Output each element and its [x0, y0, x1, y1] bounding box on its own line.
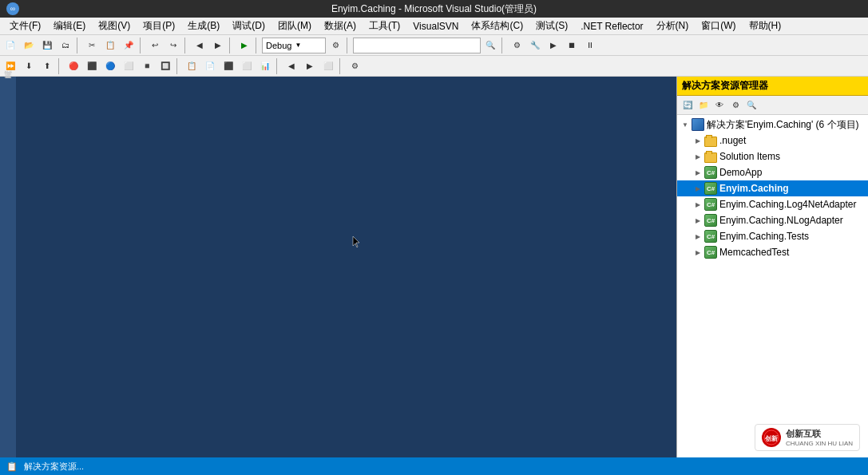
main-area: 工具箱 解决方案资源管理器 🔄 📁 👁 ⚙ 🔍 ▼ [0, 77, 868, 457]
tree-enyim-caching[interactable]: ▶ C# Enyim.Caching [677, 180, 868, 196]
statusbar: 📋 解决方案资源... [0, 457, 868, 475]
tb-extra2[interactable]: 🔧 [526, 37, 544, 54]
arrow-icon: ▶ [692, 198, 704, 211]
tb-extra3[interactable]: ▶ [545, 37, 562, 54]
tb2-bp3[interactable]: 🔵 [101, 57, 119, 75]
tb2-extra6[interactable]: ⚙ [346, 57, 363, 75]
tb2-bp5[interactable]: ◾ [138, 57, 156, 75]
tree-nuget[interactable]: ▶ .nuget [677, 133, 868, 148]
tb-back[interactable]: ◀ [191, 37, 208, 54]
tree-demoapp[interactable]: ▶ C# DemoApp [677, 164, 868, 180]
tb2-step-out[interactable]: ⬆ [38, 57, 56, 75]
tb2-step-over[interactable]: ⏩ [2, 57, 19, 75]
project-icon: C# [704, 198, 717, 211]
menu-help[interactable]: 帮助(H) [743, 18, 788, 34]
menu-project[interactable]: 项目(P) [137, 18, 181, 34]
tb2-nav1[interactable]: ◀ [283, 57, 300, 75]
sidebar-toolbox[interactable]: 工具箱 [0, 80, 16, 89]
search-bar-btn[interactable]: 🔍 [482, 37, 499, 54]
tb-copy[interactable]: 📋 [101, 37, 119, 54]
menu-visualsvn[interactable]: VisualSVN [406, 19, 465, 34]
tb-forward[interactable]: ▶ [209, 37, 227, 54]
sp-refresh[interactable]: 🔄 [680, 98, 695, 113]
tb-save[interactable]: 💾 [38, 37, 56, 54]
menu-analyze[interactable]: 分析(N) [650, 18, 696, 34]
tb2-nav3[interactable]: ⬜ [319, 57, 337, 75]
tree-solution-items[interactable]: ▶ Solution Items [677, 148, 868, 164]
tb-undo[interactable]: ↩ [146, 37, 164, 54]
watermark: 创新 创新互联 CHUANG XIN HU LIAN [755, 424, 860, 451]
tb2-bp4[interactable]: ⬜ [120, 57, 137, 75]
menu-file[interactable]: 文件(F) [3, 18, 47, 34]
tb2-extra3[interactable]: ⬛ [220, 57, 237, 75]
tb2-step-in[interactable]: ⬇ [20, 57, 38, 75]
sep8 [58, 58, 62, 74]
tb2-bp6[interactable]: 🔲 [157, 57, 174, 75]
tb-save-all[interactable]: 🗂 [57, 37, 74, 54]
tb-run[interactable]: ▶ [236, 37, 253, 54]
toolbar2: ⏩ ⬇ ⬆ 🔴 ⬛ 🔵 ⬜ ◾ 🔲 📋 📄 ⬛ ⬜ 📊 ◀ ▶ ⬜ ⚙ [0, 56, 868, 77]
tb-extra1[interactable]: ⚙ [508, 37, 525, 54]
sep10 [276, 58, 280, 74]
tb-new-file[interactable]: 📄 [2, 37, 19, 54]
tb2-extra1[interactable]: 📋 [183, 57, 200, 75]
app-icon: ∞ [6, 2, 19, 15]
tb-attach[interactable]: ⚙ [327, 37, 344, 54]
tb-extra4[interactable]: ⏹ [563, 37, 581, 54]
sp-show-all[interactable]: 👁 [712, 98, 727, 113]
tb2-nav2[interactable]: ▶ [301, 57, 319, 75]
tb2-bp2[interactable]: ⬛ [83, 57, 101, 75]
sep4 [229, 38, 233, 53]
search-bar-input[interactable] [353, 38, 481, 53]
window-title: Enyim.Caching - Microsoft Visual Studio(… [331, 2, 537, 16]
watermark-text: 创新互联 CHUANG XIN HU LIAN [786, 428, 853, 447]
sp-properties[interactable]: ⚙ [728, 98, 743, 113]
tb2-extra2[interactable]: 📄 [201, 57, 219, 75]
status-icon: 📋 [6, 461, 18, 472]
menu-window[interactable]: 窗口(W) [695, 18, 742, 34]
tb-redo[interactable]: ↪ [164, 37, 182, 54]
tree-log4net[interactable]: ▶ C# Enyim.Caching.Log4NetAdapter [677, 196, 868, 212]
sp-search[interactable]: 🔍 [744, 98, 759, 113]
tb-paste[interactable]: 📌 [120, 37, 137, 54]
status-text: 解决方案资源... [24, 461, 84, 473]
solution-label: 解决方案'Enyim.Caching' (6 个项目) [707, 118, 859, 132]
menu-view[interactable]: 视图(V) [92, 18, 137, 34]
project-icon: C# [704, 182, 717, 195]
cursor [351, 236, 361, 249]
tree-nlog[interactable]: ▶ C# Enyim.Caching.NLogAdapter [677, 212, 868, 228]
watermark-sub: CHUANG XIN HU LIAN [786, 440, 853, 447]
arrow-icon: ▶ [692, 150, 704, 163]
menu-data[interactable]: 数据(A) [318, 18, 363, 34]
svg-text:创新: 创新 [764, 434, 778, 442]
sep7 [501, 38, 505, 53]
tree-tests[interactable]: ▶ C# Enyim.Caching.Tests [677, 228, 868, 244]
menu-debug[interactable]: 调试(D) [226, 18, 271, 34]
tests-label: Enyim.Caching.Tests [719, 231, 809, 242]
tree-solution-root[interactable]: ▼ 解决方案'Enyim.Caching' (6 个项目) [677, 117, 868, 133]
tb-open[interactable]: 📂 [20, 37, 38, 54]
tb2-bp[interactable]: 🔴 [65, 57, 82, 75]
tb-cut[interactable]: ✂ [83, 37, 101, 54]
menu-tools[interactable]: 工具(T) [363, 18, 406, 34]
tree-memcached[interactable]: ▶ C# MemcachedTest [677, 244, 868, 260]
tb2-extra5[interactable]: 📊 [256, 57, 274, 75]
menu-build[interactable]: 生成(B) [181, 18, 226, 34]
menu-team[interactable]: 团队(M) [271, 18, 318, 34]
editor-area[interactable] [16, 77, 676, 457]
sp-collapse[interactable]: 📁 [696, 98, 711, 113]
tb2-extra4[interactable]: ⬜ [238, 57, 256, 75]
menu-test[interactable]: 测试(S) [529, 18, 574, 34]
config-dropdown[interactable]: Debug ▼ [262, 38, 326, 53]
menu-edit[interactable]: 编辑(E) [47, 18, 92, 34]
arrow-icon: ▶ [692, 230, 704, 243]
chevron-down-icon: ▼ [295, 42, 301, 49]
watermark-brand: 创新互联 [786, 428, 853, 440]
sep6 [347, 38, 351, 53]
tb-extra5[interactable]: ⏸ [581, 37, 599, 54]
sep1 [77, 38, 81, 53]
menu-arch[interactable]: 体系结构(C) [465, 18, 529, 34]
arrow-icon: ▶ [692, 134, 704, 147]
config-value: Debug [266, 41, 291, 50]
menu-reflector[interactable]: .NET Reflector [574, 19, 649, 34]
